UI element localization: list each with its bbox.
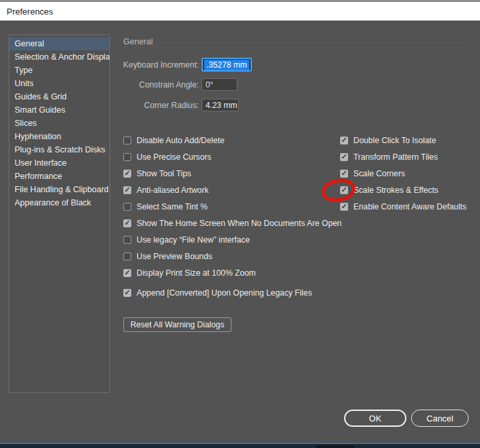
sidebar-item-smart-guides[interactable]: Smart Guides bbox=[9, 103, 109, 117]
check-mark-icon: ✓ bbox=[341, 203, 347, 210]
checkbox-label: Transform Pattern Tiles bbox=[353, 152, 438, 162]
sidebar-item-hyphenation[interactable]: Hyphenation bbox=[9, 130, 109, 143]
checkbox-label: Show Tool Tips bbox=[137, 169, 191, 178]
check-mark-icon: ✓ bbox=[124, 289, 130, 296]
constrain-angle-input[interactable]: 0° bbox=[202, 78, 237, 91]
keyboard-increment-label: Keyboard Increment: bbox=[121, 60, 199, 70]
checkbox-use-precise-cursors[interactable] bbox=[123, 153, 131, 161]
sidebar-item-appearance-of-black[interactable]: Appearance of Black bbox=[9, 196, 109, 209]
keyboard-increment-value: .35278 mm bbox=[204, 60, 249, 70]
sidebar-item-general[interactable]: General bbox=[9, 37, 109, 50]
constrain-angle-value: 0° bbox=[206, 80, 213, 89]
checkbox-label: Show The Home Screen When No Documents A… bbox=[137, 219, 341, 228]
check-mark-icon: ✓ bbox=[124, 269, 130, 276]
keyboard-increment-row: Keyboard Increment: .35278 mm bbox=[121, 58, 252, 72]
checkbox-double-click-to-isolate[interactable]: ✓ bbox=[340, 137, 348, 144]
taskbar-notch bbox=[317, 445, 354, 448]
checkbox-label: Scale Corners bbox=[353, 169, 405, 178]
checkbox-row-scale-strokes-effects: ✓Scale Strokes & Effects bbox=[340, 182, 467, 198]
checkbox-label: Select Same Tint % bbox=[137, 202, 208, 211]
checkbox-row-select-same-tint: Select Same Tint % bbox=[123, 198, 341, 215]
corner-radius-input[interactable]: 4.23 mm bbox=[202, 99, 239, 111]
checkbox-label: Enable Content Aware Defaults bbox=[353, 202, 467, 211]
checkbox-anti-aliased-artwork[interactable]: ✓ bbox=[123, 186, 131, 194]
checkbox-column-left: Disable Auto Add/DeleteUse Precise Curso… bbox=[123, 132, 341, 301]
checkbox-label: Use legacy “File New” interface bbox=[137, 235, 250, 245]
sidebar-item-guides-grid[interactable]: Guides & Grid bbox=[9, 90, 109, 103]
divider-bottom bbox=[123, 307, 471, 308]
checkbox-label: Use Precise Cursors bbox=[137, 152, 211, 162]
checkbox-select-same-tint[interactable] bbox=[123, 203, 131, 211]
checkbox-show-the-home-screen-when-no-documents-are-open[interactable]: ✓ bbox=[123, 219, 131, 227]
sidebar-item-selection-anchor-display[interactable]: Selection & Anchor Display bbox=[9, 50, 109, 64]
sidebar-item-performance[interactable]: Performance bbox=[9, 170, 109, 183]
checkbox-label: Double Click To Isolate bbox=[353, 136, 436, 145]
checkbox-use-legacy-file-new-interface[interactable] bbox=[123, 236, 131, 244]
checkbox-label: Anti-aliased Artwork bbox=[137, 186, 209, 195]
checkbox-label: Scale Strokes & Effects bbox=[353, 186, 438, 195]
keyboard-increment-input[interactable]: .35278 mm bbox=[202, 58, 252, 72]
checkbox-row-anti-aliased-artwork: ✓Anti-aliased Artwork bbox=[123, 182, 341, 198]
checkbox-label: Append [Converted] Upon Opening Legacy F… bbox=[137, 288, 312, 298]
checkbox-use-preview-bounds[interactable] bbox=[123, 252, 131, 260]
checkbox-label: Disable Auto Add/Delete bbox=[137, 136, 225, 145]
check-mark-icon: ✓ bbox=[341, 170, 347, 177]
heading-divider bbox=[159, 41, 471, 42]
check-mark-icon: ✓ bbox=[341, 153, 347, 160]
sidebar-item-user-interface[interactable]: User Interface bbox=[9, 156, 109, 170]
check-mark-icon: ✓ bbox=[341, 137, 347, 144]
constrain-angle-label: Constrain Angle: bbox=[121, 80, 199, 89]
checkbox-row-display-print-size-at-100-zoom: ✓Display Print Size at 100% Zoom bbox=[123, 264, 341, 281]
check-mark-icon: ✓ bbox=[124, 219, 130, 227]
checkbox-transform-pattern-tiles[interactable]: ✓ bbox=[340, 153, 348, 161]
corner-radius-value: 4.23 mm bbox=[206, 101, 237, 110]
checkbox-row-enable-content-aware-defaults: ✓Enable Content Aware Defaults bbox=[340, 198, 467, 215]
checkbox-label: Use Preview Bounds bbox=[137, 252, 212, 261]
corner-radius-row: Corner Radius: 4.23 mm bbox=[121, 99, 239, 111]
dialog-title: Preferences bbox=[7, 7, 53, 17]
checkbox-scale-strokes-effects[interactable]: ✓ bbox=[340, 186, 348, 194]
check-mark-icon: ✓ bbox=[124, 186, 130, 194]
sidebar-item-file-handling-clipboard[interactable]: File Handling & Clipboard bbox=[9, 183, 109, 196]
reset-warning-dialogs-button[interactable]: Reset All Warning Dialogs bbox=[123, 317, 231, 332]
sidebar-item-plug-ins-scratch-disks[interactable]: Plug-ins & Scratch Disks bbox=[9, 143, 109, 156]
cancel-button[interactable]: Cancel bbox=[411, 410, 469, 427]
sidebar-list: GeneralSelection & Anchor DisplayTypeUni… bbox=[9, 34, 110, 393]
check-mark-icon: ✓ bbox=[124, 170, 130, 177]
checkbox-row-show-the-home-screen-when-no-documents-are-open: ✓Show The Home Screen When No Documents … bbox=[123, 215, 341, 231]
section-heading: General bbox=[123, 37, 152, 46]
checkbox-display-print-size-at-100-zoom[interactable]: ✓ bbox=[123, 269, 131, 277]
ok-button[interactable]: OK bbox=[344, 410, 406, 427]
checkbox-row-use-preview-bounds: Use Preview Bounds bbox=[123, 248, 341, 264]
check-mark-icon: ✓ bbox=[341, 186, 347, 194]
taskbar-edge bbox=[0, 443, 480, 448]
checkbox-disable-auto-add-delete[interactable] bbox=[123, 137, 131, 144]
checkbox-row-transform-pattern-tiles: ✓Transform Pattern Tiles bbox=[340, 148, 467, 165]
checkbox-scale-corners[interactable]: ✓ bbox=[340, 170, 348, 178]
checkbox-row-use-legacy-file-new-interface: Use legacy “File New” interface bbox=[123, 231, 341, 248]
section-heading-row: General bbox=[123, 36, 471, 47]
checkbox-show-tool-tips[interactable]: ✓ bbox=[123, 170, 131, 178]
checkbox-row-use-precise-cursors: Use Precise Cursors bbox=[123, 148, 341, 165]
sidebar-item-slices[interactable]: Slices bbox=[9, 117, 109, 130]
corner-radius-label: Corner Radius: bbox=[121, 101, 199, 110]
checkbox-row-double-click-to-isolate: ✓Double Click To Isolate bbox=[340, 132, 467, 148]
checkbox-append-converted-upon-opening-legacy-files[interactable]: ✓ bbox=[123, 289, 131, 297]
constrain-angle-row: Constrain Angle: 0° bbox=[121, 78, 237, 91]
checkbox-row-show-tool-tips: ✓Show Tool Tips bbox=[123, 165, 341, 182]
sidebar-item-units[interactable]: Units bbox=[9, 77, 109, 90]
dialog-titlebar[interactable]: Preferences bbox=[0, 0, 480, 21]
checkbox-row-scale-corners: ✓Scale Corners bbox=[340, 165, 467, 182]
divider-top bbox=[123, 121, 471, 123]
checkbox-column-right: ✓Double Click To Isolate✓Transform Patte… bbox=[340, 132, 467, 215]
checkbox-row-append-converted-upon-opening-legacy-files: ✓Append [Converted] Upon Opening Legacy … bbox=[123, 284, 341, 301]
checkbox-label: Display Print Size at 100% Zoom bbox=[137, 268, 256, 278]
checkbox-row-disable-auto-add-delete: Disable Auto Add/Delete bbox=[123, 132, 341, 148]
preferences-dialog: GeneralSelection & Anchor DisplayTypeUni… bbox=[0, 21, 480, 443]
checkbox-enable-content-aware-defaults[interactable]: ✓ bbox=[340, 203, 348, 211]
sidebar-item-type[interactable]: Type bbox=[9, 64, 109, 77]
